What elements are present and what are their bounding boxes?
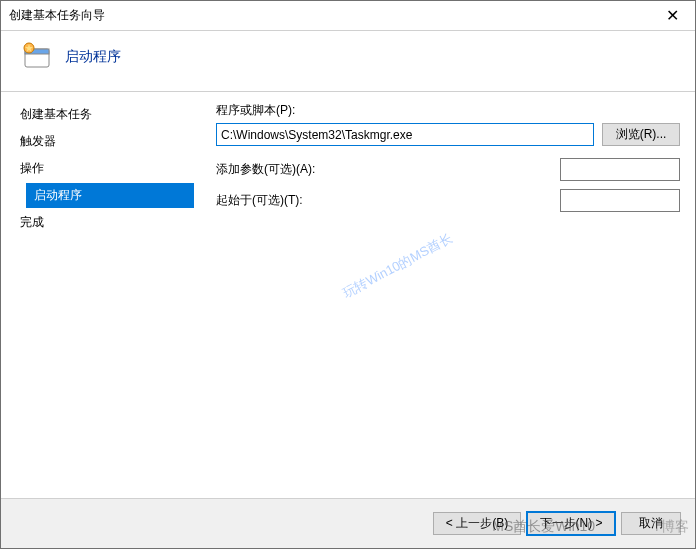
back-button[interactable]: < 上一步(B) (433, 512, 521, 535)
wizard-icon (21, 41, 53, 73)
sidebar: 创建基本任务 触发器 操作 启动程序 完成 (1, 92, 196, 498)
page-title: 启动程序 (65, 48, 121, 66)
next-button[interactable]: 下一步(N) > (527, 512, 615, 535)
browse-button[interactable]: 浏览(R)... (602, 123, 680, 146)
args-row: 添加参数(可选)(A): (216, 158, 680, 181)
sidebar-item-trigger[interactable]: 触发器 (16, 129, 196, 154)
titlebar: 创建基本任务向导 ✕ (1, 1, 695, 31)
content: 程序或脚本(P): 浏览(R)... 添加参数(可选)(A): 起始于(可选)(… (196, 92, 695, 498)
header: 启动程序 (1, 31, 695, 92)
program-label: 程序或脚本(P): (216, 102, 680, 119)
sidebar-item-finish[interactable]: 完成 (16, 210, 196, 235)
sidebar-item-basic-task[interactable]: 创建基本任务 (16, 102, 196, 127)
sidebar-item-start-program[interactable]: 启动程序 (26, 183, 194, 208)
program-row: 浏览(R)... (216, 123, 680, 146)
close-icon: ✕ (666, 6, 679, 25)
window-title: 创建基本任务向导 (9, 7, 105, 24)
startin-label: 起始于(可选)(T): (216, 192, 552, 209)
args-label: 添加参数(可选)(A): (216, 161, 552, 178)
body: 玩转Win10的MS酋长 创建基本任务 触发器 操作 启动程序 完成 程序或脚本… (1, 92, 695, 498)
startin-input[interactable] (560, 189, 680, 212)
args-input[interactable] (560, 158, 680, 181)
close-button[interactable]: ✕ (650, 1, 695, 30)
sidebar-item-action[interactable]: 操作 (16, 156, 196, 181)
footer: < 上一步(B) 下一步(N) > 取消 MS酋长爱Win10 T博客 (1, 498, 695, 548)
program-input[interactable] (216, 123, 594, 146)
cancel-button[interactable]: 取消 (621, 512, 681, 535)
wizard-window: 创建基本任务向导 ✕ 启动程序 玩转Win10的MS酋长 创建基本任务 触发器 … (0, 0, 696, 549)
startin-row: 起始于(可选)(T): (216, 189, 680, 212)
